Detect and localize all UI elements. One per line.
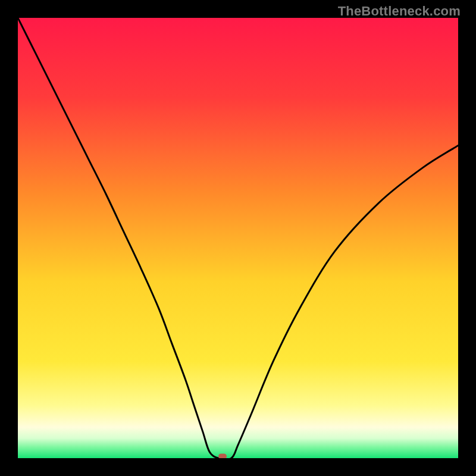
watermark-text: TheBottleneck.com — [338, 4, 461, 19]
bottleneck-curve — [18, 18, 458, 458]
chart-frame: TheBottleneck.com — [0, 0, 476, 476]
plot-area — [18, 18, 458, 458]
minimum-marker — [218, 454, 227, 459]
